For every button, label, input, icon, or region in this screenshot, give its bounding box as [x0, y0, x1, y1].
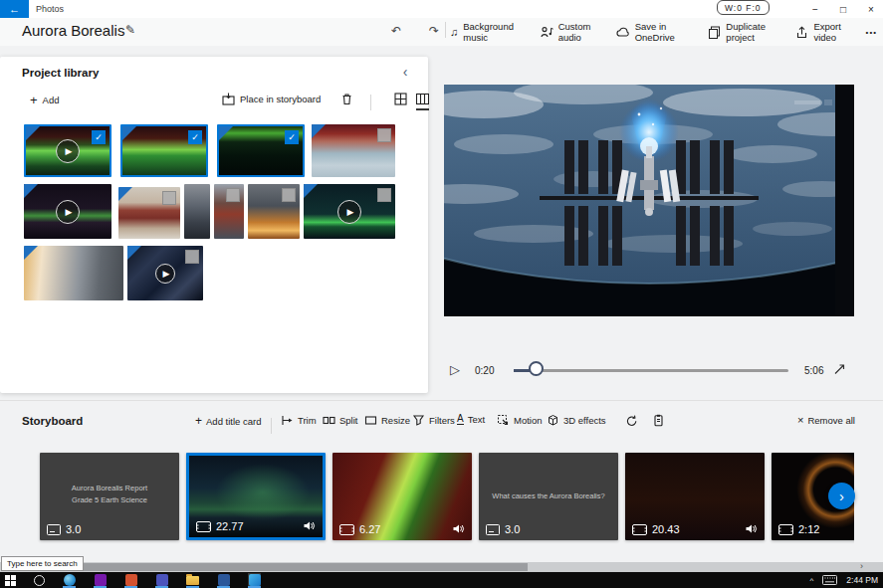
storyboard-clip-2[interactable]: 22.77 [186, 453, 326, 540]
start-button[interactable] [5, 575, 16, 586]
taskbar-app-powerpoint[interactable] [124, 573, 137, 588]
trim-label: Trim [298, 415, 317, 426]
checkbox-checked[interactable]: ✓ [188, 130, 202, 144]
scrollbar-thumb[interactable] [37, 563, 528, 571]
play-overlay-icon: ▶ [337, 200, 361, 224]
checkbox-checked[interactable]: ✓ [285, 130, 299, 144]
clipboard-icon [652, 414, 665, 427]
background-music-button[interactable]: ♫ Background music [450, 21, 541, 43]
trim-button[interactable]: Trim [281, 414, 317, 427]
effects-3d-button[interactable]: 3D effects [547, 414, 606, 427]
photos-app-window: { "titlebar": { "app_title": "Photos", "… [0, 0, 883, 588]
back-button[interactable]: ← [0, 0, 29, 18]
checkbox-unchecked[interactable] [162, 191, 176, 205]
seek-slider[interactable] [514, 369, 788, 372]
undo-button[interactable]: ↶ [391, 24, 401, 38]
redo-button[interactable]: ↷ [429, 24, 439, 38]
video-preview[interactable] [444, 85, 854, 316]
rename-project-button[interactable]: ✎ [125, 23, 135, 37]
minimize-icon: − [812, 4, 818, 15]
taskbar-app-onenote[interactable] [94, 573, 107, 588]
duplicate-project-button[interactable]: Duplicate project [708, 21, 795, 43]
library-thumb-1[interactable]: ▶ ✓ [24, 124, 111, 177]
speaker-icon[interactable] [452, 523, 465, 534]
taskbar-app-teams[interactable] [155, 573, 168, 588]
rotate-button[interactable] [625, 414, 638, 427]
project-library-title: Project library [22, 67, 99, 79]
checkbox-unchecked[interactable] [185, 250, 199, 264]
resize-button[interactable]: Resize [364, 414, 410, 427]
library-thumb-8[interactable] [214, 184, 244, 239]
fullscreen-button[interactable] [832, 362, 846, 376]
custom-audio-button[interactable]: Custom audio [541, 21, 616, 43]
library-thumb-4[interactable] [312, 124, 395, 177]
grid-small-button[interactable] [394, 93, 407, 105]
export-video-button[interactable]: Export video [795, 21, 865, 43]
clock[interactable]: 2:44 PM [846, 575, 878, 585]
split-icon [323, 414, 335, 427]
grid-large-button[interactable] [416, 93, 429, 110]
maximize-button[interactable]: □ [832, 1, 854, 17]
speaker-icon[interactable] [745, 523, 758, 534]
divider [445, 22, 446, 38]
split-button[interactable]: Split [323, 414, 357, 427]
chevron-left-icon: ‹ [403, 64, 408, 80]
more-options-button[interactable]: ••• [866, 28, 877, 37]
storyboard-clip-4[interactable]: What causes the Aurora Borealis? 3.0 [479, 453, 618, 540]
library-thumb-9[interactable] [248, 184, 300, 239]
checkbox-unchecked[interactable] [377, 128, 391, 142]
horizontal-scrollbar[interactable]: › [0, 562, 883, 572]
play-button[interactable]: ▷ [450, 362, 460, 377]
minimize-button[interactable]: − [804, 1, 826, 17]
resize-icon [364, 414, 377, 427]
seek-thumb[interactable] [529, 361, 544, 376]
pencil-icon: ✎ [125, 23, 135, 37]
taskbar-app-file-explorer[interactable] [186, 573, 199, 588]
filters-button[interactable]: Filters [412, 414, 455, 427]
library-thumb-7[interactable] [184, 184, 210, 239]
taskbar-app-mail[interactable] [217, 573, 230, 588]
clipboard-button[interactable] [652, 414, 665, 427]
library-thumb-6[interactable] [118, 187, 180, 239]
clip-duration: 20.43 [632, 523, 680, 535]
storyboard-clip-3[interactable]: 6.27 [332, 453, 472, 540]
add-title-card-button[interactable]: + Add title card [195, 414, 261, 428]
add-button[interactable]: + Add [30, 93, 60, 107]
app-title: Photos [36, 4, 64, 14]
tray-chevron-icon[interactable]: ^ [810, 576, 814, 585]
touch-keyboard-icon[interactable] [822, 575, 837, 585]
checkbox-unchecked[interactable] [226, 188, 240, 202]
taskbar-app-edge[interactable] [63, 573, 76, 588]
storyboard-clip-1[interactable]: Aurora Borealis Report Grade 5 Earth Sci… [40, 453, 179, 540]
clip-duration: 2:12 [778, 523, 819, 535]
remove-all-button[interactable]: × Remove all [797, 414, 855, 426]
text-icon: A [457, 414, 464, 425]
storyboard-next-button[interactable]: › [828, 483, 855, 509]
storyboard-clip-5[interactable]: 20.43 [625, 453, 765, 540]
library-thumb-10[interactable]: ▶ [304, 184, 395, 239]
text-button[interactable]: A Text [457, 414, 485, 425]
play-overlay-icon: ▶ [56, 139, 80, 163]
video-corner-icon [312, 124, 326, 138]
place-in-storyboard-button[interactable]: Place in storyboard [222, 93, 321, 105]
checkbox-unchecked[interactable] [282, 188, 296, 202]
speaker-icon[interactable] [303, 520, 316, 531]
library-thumb-12[interactable]: ▶ [127, 246, 203, 300]
checkbox-checked[interactable]: ✓ [92, 130, 106, 144]
clip-duration: 6.27 [339, 523, 380, 535]
close-button[interactable]: × [860, 1, 882, 17]
more-icon: ••• [866, 28, 877, 37]
motion-button[interactable]: Motion [497, 414, 543, 427]
library-thumb-2[interactable]: ✓ [120, 124, 208, 177]
save-onedrive-button[interactable]: Save in OneDrive [616, 21, 709, 43]
library-delete-button[interactable] [340, 93, 353, 105]
taskbar-app-photos[interactable] [248, 573, 261, 588]
checkbox-unchecked[interactable] [377, 188, 391, 202]
library-thumb-5[interactable]: ▶ [24, 184, 111, 239]
collapse-panel-button[interactable]: ‹ [396, 63, 414, 81]
library-thumb-11[interactable] [24, 246, 123, 300]
play-overlay-icon: ▶ [56, 200, 80, 224]
scroll-right-icon[interactable]: › [860, 561, 863, 571]
library-thumb-3[interactable]: ✓ [217, 124, 305, 177]
cortana-button[interactable] [34, 575, 45, 586]
